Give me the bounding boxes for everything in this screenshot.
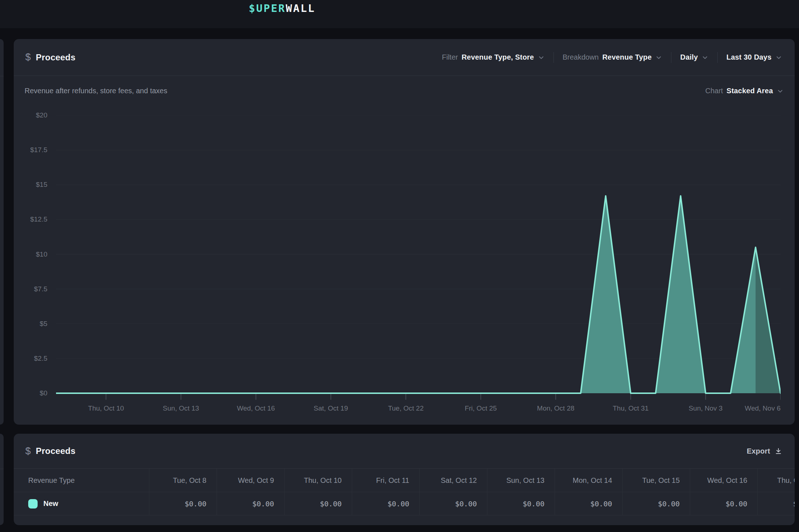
table-header-date: Wed, Oct 16 bbox=[690, 469, 757, 492]
date-range-dropdown[interactable]: Last 30 Days bbox=[726, 53, 782, 61]
logo-suffix: WALL bbox=[286, 2, 315, 14]
chart-type-value: Stacked Area bbox=[727, 87, 773, 95]
chevron-down-icon bbox=[775, 54, 782, 61]
revenue-table: Revenue TypeTue, Oct 8Wed, Oct 9Thu, Oct… bbox=[14, 469, 795, 515]
y-axis-label: $17.5 bbox=[30, 146, 47, 154]
x-axis-label: Tue, Oct 22 bbox=[388, 404, 424, 412]
chart-subtitle-row: Revenue after refunds, store fees, and t… bbox=[25, 87, 784, 95]
x-axis-label: Thu, Oct 31 bbox=[613, 404, 649, 412]
table-cell-value: $0.00 bbox=[622, 492, 690, 515]
interval-dropdown[interactable]: Daily bbox=[680, 53, 709, 61]
interval-value: Daily bbox=[680, 53, 698, 61]
chart-controls: Filter Revenue Type, Store Breakdown Rev… bbox=[442, 52, 782, 63]
chart-type-dropdown[interactable]: Chart Stacked Area bbox=[705, 87, 784, 95]
table-card-header: $ Proceeds Export bbox=[14, 434, 795, 469]
dollar-icon: $ bbox=[25, 446, 31, 456]
table-header-date: Wed, Oct 9 bbox=[217, 469, 284, 492]
chevron-down-icon bbox=[538, 54, 545, 61]
y-axis: $0$2.5$5$7.5$10$12.5$15$17.5$20 bbox=[25, 115, 56, 402]
y-axis-label: $5 bbox=[40, 320, 47, 328]
table-header-revenue-type: Revenue Type bbox=[14, 469, 149, 492]
x-axis-label: Sat, Oct 19 bbox=[314, 404, 348, 412]
filter-value: Revenue Type, Store bbox=[462, 53, 534, 61]
card-title: Proceeds bbox=[36, 52, 76, 63]
divider bbox=[671, 52, 671, 63]
table-header-date: Fri, Oct 11 bbox=[352, 469, 419, 492]
chart-type-label: Chart bbox=[705, 87, 723, 95]
dollar-icon: $ bbox=[25, 52, 31, 62]
x-axis-label: Fri, Oct 25 bbox=[465, 404, 497, 412]
chart-area-series-new bbox=[56, 196, 781, 393]
x-axis-label: Wed, Nov 6 bbox=[745, 404, 781, 412]
x-axis-label: Mon, Oct 28 bbox=[537, 404, 574, 412]
stacked-area-chart: $0$2.5$5$7.5$10$12.5$15$17.5$20 Thu, Oct… bbox=[25, 115, 784, 402]
filter-dropdown[interactable]: Filter Revenue Type, Store bbox=[442, 53, 545, 61]
export-button[interactable]: Export bbox=[747, 447, 782, 455]
chart-card-body: Revenue after refunds, store fees, and t… bbox=[14, 76, 795, 402]
divider bbox=[0, 76, 4, 76]
table-cell-value: $0.00 bbox=[217, 492, 284, 515]
x-axis-label: Sun, Nov 3 bbox=[689, 404, 723, 412]
y-axis-label: $12.5 bbox=[30, 215, 47, 223]
card-title-group: $ Proceeds bbox=[25, 446, 76, 456]
proceeds-table-card: $ Proceeds Export Revenue TypeTue, Oct 8… bbox=[14, 434, 795, 525]
table-header-date: Thu, Oct 17 bbox=[757, 469, 795, 492]
x-axis: Thu, Oct 10Sun, Oct 13Wed, Oct 16Sat, Oc… bbox=[56, 404, 781, 414]
chevron-down-icon bbox=[655, 54, 662, 61]
y-axis-label: $2.5 bbox=[34, 355, 47, 362]
chart-card-header: $ Proceeds Filter Revenue Type, Store Br… bbox=[14, 39, 795, 76]
divider bbox=[717, 52, 718, 63]
table-cell-value: $0.00 bbox=[352, 492, 419, 515]
adjacent-card-edge-bottom bbox=[0, 434, 4, 525]
breakdown-dropdown[interactable]: Breakdown Revenue Type bbox=[563, 53, 663, 61]
y-axis-label: $15 bbox=[36, 181, 47, 189]
superwall-logo[interactable]: $UPERWALL bbox=[249, 2, 315, 14]
table-cell-value: $0.00 bbox=[419, 492, 487, 515]
table-header-date: Tue, Oct 8 bbox=[149, 469, 217, 492]
date-range-value: Last 30 Days bbox=[726, 53, 772, 61]
legend-swatch-new bbox=[28, 499, 38, 509]
table-row-label-cell: New bbox=[14, 492, 149, 515]
table-cell-value: $0.00 bbox=[487, 492, 555, 515]
breakdown-value: Revenue Type bbox=[602, 53, 652, 61]
card-title: Proceeds bbox=[36, 446, 76, 456]
table-header-date: Tue, Oct 15 bbox=[622, 469, 690, 492]
logo-prefix: $UPER bbox=[249, 2, 286, 14]
chart-svg bbox=[56, 115, 781, 401]
chart-subtitle: Revenue after refunds, store fees, and t… bbox=[25, 87, 167, 95]
y-axis-label: $20 bbox=[36, 111, 47, 119]
y-axis-label: $0 bbox=[40, 389, 47, 397]
row-label: New bbox=[43, 499, 58, 508]
table-header-date: Sun, Oct 13 bbox=[487, 469, 555, 492]
table-header-date: Sat, Oct 12 bbox=[419, 469, 487, 492]
chevron-down-icon bbox=[701, 54, 709, 61]
top-navigation-bar: $UPERWALL bbox=[0, 0, 799, 28]
divider bbox=[0, 469, 4, 469]
y-axis-label: $7.5 bbox=[34, 285, 47, 293]
proceeds-chart-card: $ Proceeds Filter Revenue Type, Store Br… bbox=[14, 39, 795, 425]
table-cell-value: $0.00 bbox=[555, 492, 622, 515]
download-icon bbox=[774, 447, 782, 455]
table-cell-value: $0.00 bbox=[690, 492, 757, 515]
table-cell-value: $0.00 bbox=[284, 492, 352, 515]
table-header-date: Mon, Oct 14 bbox=[555, 469, 622, 492]
x-axis-label: Wed, Oct 16 bbox=[237, 404, 275, 412]
adjacent-card-edge-top bbox=[0, 39, 4, 425]
table-cell-value: $0.00 bbox=[149, 492, 217, 515]
chevron-down-icon bbox=[777, 87, 784, 95]
chart-plot-area: Thu, Oct 10Sun, Oct 13Wed, Oct 16Sat, Oc… bbox=[56, 115, 781, 402]
table-header-date: Thu, Oct 10 bbox=[284, 469, 352, 492]
table-cell-value: $0.00 bbox=[757, 492, 795, 515]
x-axis-label: Thu, Oct 10 bbox=[88, 404, 124, 412]
card-title-group: $ Proceeds bbox=[25, 52, 76, 63]
divider bbox=[554, 52, 554, 63]
breakdown-label: Breakdown bbox=[563, 53, 599, 61]
filter-label: Filter bbox=[442, 53, 458, 61]
x-axis-label: Sun, Oct 13 bbox=[163, 404, 199, 412]
y-axis-label: $10 bbox=[36, 250, 47, 258]
export-label: Export bbox=[747, 447, 770, 455]
